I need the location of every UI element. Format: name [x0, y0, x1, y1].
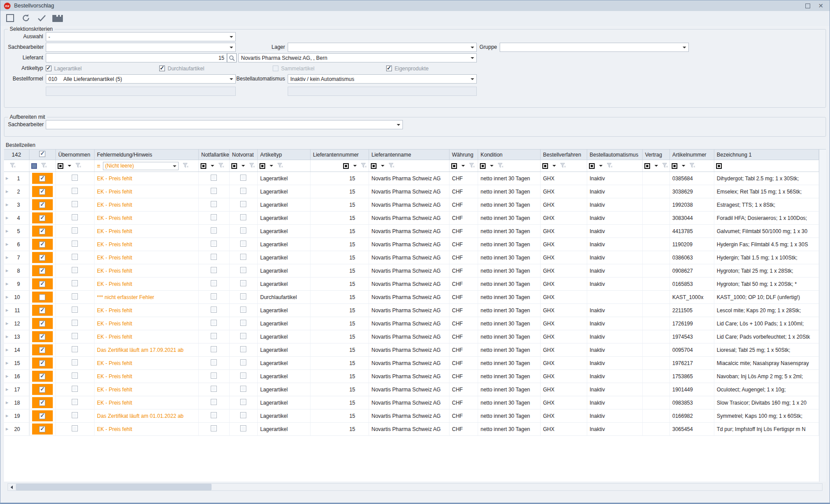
- filter-dropdown-arrow[interactable]: [599, 165, 603, 167]
- row-expand-icon[interactable]: ▶: [6, 269, 8, 273]
- notfallartikel-checkbox[interactable]: [211, 267, 217, 273]
- filter-funnel-icon[interactable]: [10, 163, 16, 169]
- notfallartikel-checkbox[interactable]: [211, 386, 217, 392]
- uebernommen-checkbox[interactable]: [72, 241, 78, 247]
- uebernommen-checkbox[interactable]: [72, 307, 78, 313]
- table-row[interactable]: ▶5 EK - Preis fehlt Lagerartikel 15 Nova…: [4, 225, 819, 238]
- uebernommen-checkbox[interactable]: [72, 320, 78, 326]
- vertical-scrollbar[interactable]: [819, 150, 826, 482]
- checkbox-eigenprodukte[interactable]: Eigenprodukte: [386, 64, 428, 73]
- lieferant-number-input[interactable]: 15: [46, 53, 227, 62]
- uebernommen-checkbox[interactable]: [72, 267, 78, 273]
- row-select-checkbox[interactable]: [39, 294, 45, 300]
- bestellautomatismus-select[interactable]: Inaktiv / kein Automatismus: [288, 74, 477, 84]
- scroll-left-arrow-icon[interactable]: [8, 484, 15, 490]
- col-header-waehrung[interactable]: Währung: [449, 150, 478, 160]
- notfallartikel-checkbox[interactable]: [211, 201, 217, 207]
- row-expand-icon[interactable]: ▶: [6, 256, 8, 259]
- filter-dropdown-arrow[interactable]: [461, 165, 465, 167]
- checkbox-durchlaufartikel[interactable]: Durchlaufartikel: [159, 64, 204, 73]
- table-row[interactable]: ▶15 EK - Preis fehlt Lagerartikel 15 Nov…: [4, 357, 819, 370]
- notfallartikel-checkbox[interactable]: [211, 175, 217, 181]
- table-row[interactable]: ▶14 Das Zertifikat läuft am 17.09.2021 a…: [4, 343, 819, 357]
- table-row[interactable]: ▶3 EK - Preis fehlt Lagerartikel 15 Nova…: [4, 198, 819, 212]
- notfallartikel-checkbox[interactable]: [211, 293, 217, 299]
- filter-checkbox[interactable]: [231, 163, 237, 169]
- refresh-button[interactable]: [21, 13, 31, 23]
- filter-checkbox[interactable]: [371, 163, 377, 169]
- notvorrat-checkbox[interactable]: [240, 188, 246, 194]
- scrollbar-thumb[interactable]: [16, 484, 212, 490]
- notvorrat-checkbox[interactable]: [240, 175, 246, 181]
- notvorrat-checkbox[interactable]: [240, 425, 246, 431]
- uebernommen-checkbox[interactable]: [72, 201, 78, 207]
- table-row[interactable]: ▶11 EK - Preis fehlt Lagerartikel 15 Nov…: [4, 304, 819, 317]
- row-expand-icon[interactable]: ▶: [6, 348, 8, 352]
- filter-dropdown-arrow[interactable]: [211, 165, 214, 167]
- filter-checkbox[interactable]: [542, 163, 548, 169]
- confirm-button[interactable]: [37, 13, 47, 23]
- filter-cell-bau[interactable]: [587, 160, 642, 172]
- filter-checkbox[interactable]: [672, 163, 677, 169]
- filter-cell-nvo[interactable]: [229, 160, 257, 172]
- filter-dropdown-arrow[interactable]: [654, 165, 658, 167]
- row-expand-icon[interactable]: ▶: [6, 176, 8, 180]
- row-select-checkbox[interactable]: [39, 307, 45, 314]
- uebernommen-checkbox[interactable]: [72, 188, 78, 194]
- filter-funnel-icon[interactable]: [689, 163, 695, 169]
- row-select-checkbox[interactable]: [39, 360, 45, 366]
- table-row[interactable]: ▶13 EK - Preis fehlt Lagerartikel 15 Nov…: [4, 330, 819, 343]
- row-select-checkbox[interactable]: [39, 334, 45, 340]
- maximize-icon[interactable]: [805, 4, 810, 8]
- square-button[interactable]: [5, 13, 15, 23]
- row-expand-icon[interactable]: ▶: [6, 308, 8, 312]
- col-header-bestellverfahren[interactable]: Bestellverfahren: [540, 150, 587, 160]
- filter-funnel-icon[interactable]: [249, 163, 255, 169]
- notvorrat-checkbox[interactable]: [240, 254, 246, 260]
- checkbox-box[interactable]: [46, 66, 51, 71]
- checkbox-lagerartikel[interactable]: Lagerartikel: [46, 64, 82, 73]
- notfallartikel-checkbox[interactable]: [211, 412, 217, 418]
- row-select-checkbox[interactable]: [39, 202, 45, 208]
- filter-funnel-icon[interactable]: [183, 163, 189, 169]
- notvorrat-checkbox[interactable]: [240, 333, 246, 339]
- row-expand-icon[interactable]: ▶: [6, 229, 8, 233]
- table-row[interactable]: ▶12 EK - Preis fehlt Lagerartikel 15 Nov…: [4, 317, 819, 330]
- auswahl-select[interactable]: -: [46, 32, 236, 41]
- filter-cell-typ[interactable]: [257, 160, 310, 172]
- row-expand-icon[interactable]: ▶: [6, 321, 8, 325]
- notfallartikel-checkbox[interactable]: [211, 333, 217, 339]
- filter-funnel-icon[interactable]: [560, 163, 566, 169]
- col-header-bestellautomatismus[interactable]: Bestellautomatismus: [587, 150, 642, 160]
- filter-checkbox[interactable]: [644, 163, 650, 169]
- notfallartikel-checkbox[interactable]: [211, 425, 217, 431]
- lieferant-search-button[interactable]: [227, 53, 237, 62]
- table-row[interactable]: ▶4 EK - Preis fehlt Lagerartikel 15 Nova…: [4, 212, 819, 225]
- filter-cell-kon[interactable]: [478, 160, 540, 172]
- filter-dropdown-arrow[interactable]: [241, 165, 245, 167]
- row-select-checkbox[interactable]: [39, 189, 45, 195]
- gruppe-select[interactable]: [500, 43, 689, 52]
- col-header-artikelnummer[interactable]: Artikelnummer: [669, 150, 714, 160]
- row-expand-icon[interactable]: ▶: [6, 242, 8, 246]
- notfallartikel-checkbox[interactable]: [211, 214, 217, 220]
- table-row[interactable]: ▶10 *** nicht erfasster Fehler Durchlauf…: [4, 291, 819, 304]
- uebernommen-checkbox[interactable]: [72, 175, 78, 181]
- table-row[interactable]: ▶9 EK - Preis fehlt Lagerartikel 15 Nova…: [4, 278, 819, 291]
- row-select-checkbox[interactable]: [39, 321, 45, 327]
- notvorrat-checkbox[interactable]: [240, 320, 246, 326]
- row-select-checkbox[interactable]: [39, 281, 45, 287]
- table-row[interactable]: ▶20 EK - Preis fehlt Lagerartikel 15 Nov…: [4, 423, 819, 436]
- filter-operator[interactable]: =: [97, 163, 101, 169]
- row-expand-icon[interactable]: ▶: [6, 190, 8, 194]
- filter-cell-anr[interactable]: [669, 160, 714, 172]
- notvorrat-checkbox[interactable]: [240, 307, 246, 313]
- row-select-checkbox[interactable]: [39, 400, 45, 406]
- table-row[interactable]: ▶1 EK - Preis fehlt Lagerartikel 15 Nova…: [4, 172, 819, 185]
- notvorrat-checkbox[interactable]: [240, 386, 246, 392]
- filter-cell-sel[interactable]: [29, 160, 55, 172]
- col-header-uebernommen[interactable]: Übernommen: [55, 150, 94, 160]
- filter-cell-nfa[interactable]: [198, 160, 229, 172]
- filter-checkbox[interactable]: [451, 163, 457, 169]
- close-icon[interactable]: ✕: [818, 3, 823, 9]
